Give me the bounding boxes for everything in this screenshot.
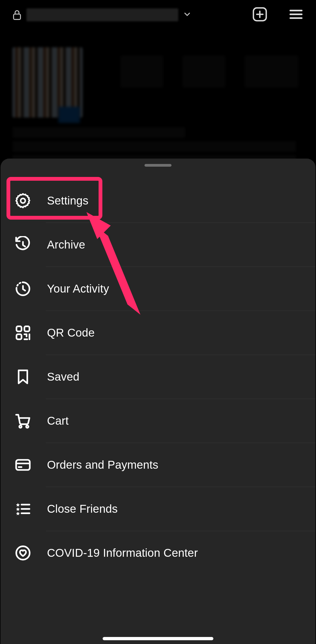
menu-item-label: Settings xyxy=(47,194,88,207)
cart-icon xyxy=(14,412,32,430)
svg-point-19 xyxy=(16,546,30,560)
menu-item-label: Your Activity xyxy=(47,282,109,295)
menu-item-your-activity[interactable]: Your Activity xyxy=(1,267,315,311)
menu-item-qr-code[interactable]: QR Code xyxy=(1,311,315,355)
stat-posts-redacted xyxy=(120,55,163,88)
menu-button[interactable] xyxy=(288,7,304,23)
profile-header-dimmed xyxy=(0,35,316,159)
svg-point-7 xyxy=(21,198,25,203)
username-redacted[interactable] xyxy=(26,8,178,21)
gear-icon xyxy=(14,192,32,209)
menu-item-saved[interactable]: Saved xyxy=(1,355,315,399)
menu-item-label: Cart xyxy=(47,414,69,427)
qr-code-icon xyxy=(14,324,32,341)
menu-item-label: Saved xyxy=(47,370,79,383)
create-button[interactable] xyxy=(252,6,268,24)
svg-point-12 xyxy=(26,425,29,428)
credit-card-icon xyxy=(14,456,32,474)
home-indicator xyxy=(103,637,213,640)
menu-item-settings[interactable]: Settings xyxy=(1,179,315,223)
menu-item-cart[interactable]: Cart xyxy=(1,399,315,443)
hamburger-icon xyxy=(288,7,304,22)
svg-point-11 xyxy=(19,425,22,428)
stat-following-redacted xyxy=(244,55,298,88)
svg-rect-9 xyxy=(24,326,29,331)
menu-item-archive[interactable]: Archive xyxy=(1,223,315,267)
avatar-redacted xyxy=(12,47,83,118)
svg-rect-13 xyxy=(16,460,30,470)
menu-item-label: QR Code xyxy=(47,326,95,339)
menu-item-covid[interactable]: COVID-19 Information Center xyxy=(1,531,315,575)
private-account-indicator xyxy=(12,9,22,20)
svg-rect-8 xyxy=(16,326,22,331)
menu-bottom-sheet: Settings Archive xyxy=(1,159,315,644)
lock-icon xyxy=(12,9,22,20)
menu-item-close-friends[interactable]: Close Friends xyxy=(1,487,315,531)
account-switcher[interactable] xyxy=(183,10,192,20)
chevron-down-icon xyxy=(183,10,192,19)
bio-line-redacted xyxy=(12,141,296,152)
bookmark-icon xyxy=(14,368,32,385)
svg-rect-0 xyxy=(14,14,21,19)
bio-line-redacted xyxy=(12,127,185,138)
stat-followers-redacted xyxy=(182,55,226,88)
menu-item-label: Archive xyxy=(47,238,85,251)
svg-rect-10 xyxy=(16,334,22,339)
activity-clock-icon xyxy=(14,280,32,297)
menu-list: Settings Archive xyxy=(1,179,315,575)
sheet-grabber[interactable] xyxy=(144,164,172,167)
profile-top-nav xyxy=(0,0,316,30)
menu-item-label: Close Friends xyxy=(47,502,118,515)
star-list-icon xyxy=(14,500,32,518)
menu-item-label: Orders and Payments xyxy=(47,458,158,471)
menu-item-orders[interactable]: Orders and Payments xyxy=(1,443,315,487)
heart-circle-icon xyxy=(14,544,32,562)
menu-item-label: COVID-19 Information Center xyxy=(47,546,198,559)
history-icon xyxy=(14,236,32,253)
plus-square-icon xyxy=(252,6,268,22)
